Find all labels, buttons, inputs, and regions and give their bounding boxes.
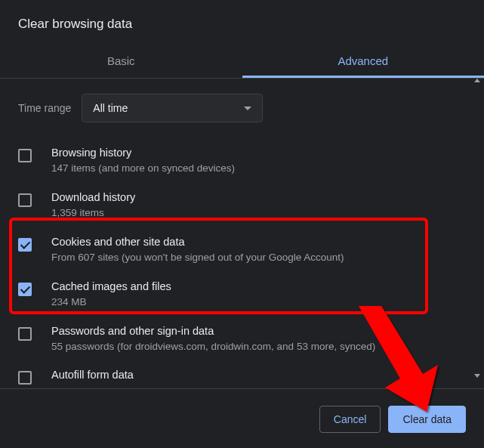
item-title: Browsing history (51, 147, 466, 159)
list-item[interactable]: Download history 1,359 items (18, 184, 466, 228)
checkbox-passwords[interactable] (18, 327, 32, 341)
data-type-list: Browsing history 147 items (and more on … (18, 139, 466, 392)
chevron-down-icon (244, 107, 251, 110)
checkbox-cookies[interactable] (18, 238, 32, 252)
dialog-actions: Cancel Clear data (319, 406, 466, 433)
checkbox-browsing-history[interactable] (18, 149, 32, 162)
checkbox-download-history[interactable] (18, 193, 32, 207)
item-subtitle: From 607 sites (you won't be signed out … (51, 251, 466, 265)
cancel-button[interactable]: Cancel (319, 406, 381, 433)
item-title: Autofill form data (51, 369, 466, 381)
clear-data-button[interactable]: Clear data (388, 406, 466, 433)
list-item[interactable]: Browsing history 147 items (and more on … (18, 139, 466, 184)
scroll-down-icon[interactable] (474, 374, 480, 378)
item-title: Cached images and files (51, 280, 466, 292)
time-range-label: Time range (18, 102, 71, 114)
checkbox-cache[interactable] (18, 283, 32, 296)
item-title: Passwords and other sign-in data (51, 325, 466, 337)
item-title: Download history (51, 191, 466, 203)
item-title: Cookies and other site data (51, 236, 466, 248)
list-item[interactable]: Cookies and other site data From 607 sit… (18, 228, 466, 273)
time-range-row: Time range All time (18, 79, 466, 139)
scrollbar[interactable] (472, 76, 482, 384)
tab-advanced[interactable]: Advanced (242, 45, 485, 78)
time-range-select[interactable]: All time (82, 94, 263, 122)
item-subtitle: 234 MB (51, 295, 466, 310)
time-range-value: All time (93, 102, 128, 114)
tab-basic[interactable]: Basic (0, 45, 242, 78)
divider (0, 388, 484, 389)
item-subtitle: 55 passwords (for droidviews.com, droidw… (51, 340, 466, 354)
list-item[interactable]: Cached images and files 234 MB (18, 273, 466, 317)
item-subtitle: 1,359 items (51, 206, 466, 221)
dialog-title: Clear browsing data (0, 0, 484, 45)
tabs: Basic Advanced (0, 45, 484, 78)
scroll-up-icon[interactable] (474, 79, 480, 82)
item-subtitle: 147 items (and more on synced devices) (51, 162, 466, 176)
checkbox-autofill[interactable] (18, 371, 32, 385)
list-item[interactable]: Passwords and other sign-in data 55 pass… (18, 317, 466, 362)
